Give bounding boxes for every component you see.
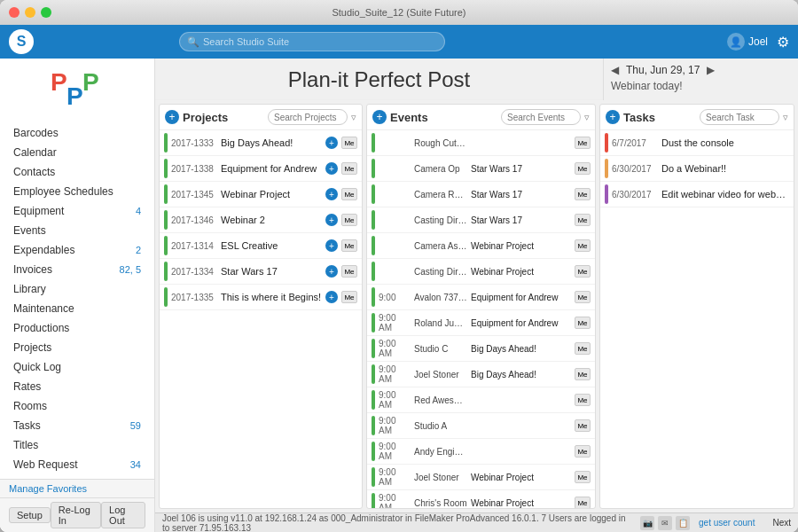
event-me-button[interactable]: Me (575, 162, 591, 175)
event-me-button[interactable]: Me (575, 239, 591, 252)
event-me-button[interactable]: Me (575, 342, 591, 355)
event-me-button[interactable]: Me (575, 471, 591, 483)
project-add-icon[interactable]: + (325, 291, 338, 303)
toolbar-right: 👤 Joel ⚙ (727, 33, 789, 51)
event-me-button[interactable]: Me (575, 394, 591, 406)
get-user-count-link[interactable]: get user count (699, 518, 755, 528)
list-item: 6/7/2017 Dust the console (600, 130, 794, 156)
setup-button[interactable]: Setup (9, 507, 51, 523)
event-me-button[interactable]: Me (575, 137, 591, 149)
task-date: 6/7/2017 (612, 138, 658, 148)
project-color-indicator (164, 159, 168, 178)
next-label[interactable]: Next (772, 518, 791, 528)
project-me-button[interactable]: Me (341, 291, 357, 303)
event-name: Big Days Ahead! (471, 370, 571, 379)
event-resource: Joel Stoner (414, 370, 467, 379)
projects-filter-icon[interactable]: ▿ (351, 112, 356, 123)
manage-favorites-link[interactable]: Manage Favorites (9, 483, 87, 494)
prev-date-arrow[interactable]: ◀ (611, 64, 619, 76)
sidebar-item-web-request[interactable]: Web Request 34 (0, 455, 154, 474)
event-me-button[interactable]: Me (575, 291, 591, 303)
sidebar-logo: P P P (0, 59, 154, 121)
project-add-icon[interactable]: + (325, 137, 338, 149)
sidebar-item-library[interactable]: Library (0, 279, 154, 299)
event-resource: Studio A (414, 421, 467, 431)
sidebar-item-calendar[interactable]: Calendar (0, 143, 154, 162)
project-me-button[interactable]: Me (341, 239, 357, 252)
sidebar-item-maintenance[interactable]: Maintenance (0, 299, 154, 318)
status-icon-2: ✉ (658, 516, 672, 530)
sidebar-item-employee-schedules[interactable]: Employee Schedules (0, 182, 154, 201)
event-resource: Chris's Room (414, 498, 467, 508)
event-me-button[interactable]: Me (575, 497, 591, 508)
next-date-arrow[interactable]: ▶ (707, 64, 715, 76)
project-me-button[interactable]: Me (341, 188, 357, 200)
events-search-input[interactable] (501, 109, 581, 125)
sidebar-item-invoices[interactable]: Invoices 82, 5 (0, 260, 154, 279)
project-name: This is where it Begins! (221, 292, 322, 302)
sidebar-item-titles[interactable]: Titles (0, 435, 154, 455)
event-me-button[interactable]: Me (575, 214, 591, 226)
status-icon-3: 📋 (676, 516, 690, 530)
project-add-icon[interactable]: + (325, 214, 338, 226)
tasks-search-input[interactable] (700, 109, 779, 125)
main-header: Plan-it Perfect Post (155, 59, 603, 100)
events-filter-icon[interactable]: ▿ (584, 112, 590, 123)
project-name: ESL Creative (221, 240, 322, 251)
project-me-button[interactable]: Me (341, 265, 357, 278)
list-item: 9:00 AM Studio C Big Days Ahead! Me (367, 336, 595, 362)
sidebar-item-rooms[interactable]: Rooms (0, 396, 154, 416)
sidebar-item-barcodes[interactable]: Barcodes (0, 123, 154, 143)
sidebar-item-expendables[interactable]: Expendables 2 (0, 240, 154, 260)
sidebar-item-projects[interactable]: Projects (0, 338, 154, 357)
sidebar-item-equipment[interactable]: Equipment 4 (0, 201, 154, 221)
event-resource: Avalon 737 Outboard #2 (414, 293, 467, 302)
project-add-icon[interactable]: + (325, 162, 338, 175)
project-id: 2017-1338 (171, 164, 217, 174)
project-add-icon[interactable]: + (325, 239, 338, 252)
table-row: 2017-1335 This is where it Begins! + Me (160, 285, 362, 310)
event-me-button[interactable]: Me (575, 317, 591, 329)
search-icon: 🔍 (187, 36, 200, 48)
event-color-indicator (372, 364, 375, 384)
project-add-icon[interactable]: + (325, 265, 338, 278)
main-content: P P P Barcodes Calendar Contacts Employe… (0, 59, 798, 532)
projects-add-button[interactable]: + (165, 110, 179, 124)
events-add-button[interactable]: + (372, 110, 387, 124)
close-button[interactable] (9, 7, 20, 18)
task-color-indicator (605, 159, 608, 178)
event-me-button[interactable]: Me (575, 188, 591, 200)
sidebar-item-productions[interactable]: Productions (0, 318, 154, 338)
event-me-button[interactable]: Me (575, 419, 591, 432)
tasks-add-button[interactable]: + (606, 110, 620, 124)
tasks-filter-icon[interactable]: ▿ (783, 112, 788, 123)
sidebar-item-rates[interactable]: Rates (0, 377, 154, 396)
search-input[interactable] (203, 36, 437, 47)
project-add-icon[interactable]: + (325, 188, 338, 200)
project-me-button[interactable]: Me (341, 214, 357, 226)
sidebar-item-events[interactable]: Events (0, 221, 154, 240)
event-me-button[interactable]: Me (575, 445, 591, 458)
settings-icon[interactable]: ⚙ (777, 34, 789, 51)
sidebar-item-contacts[interactable]: Contacts (0, 162, 154, 182)
projects-search-input[interactable] (268, 109, 348, 125)
user-button[interactable]: 👤 Joel (727, 33, 768, 51)
sidebar-item-tasks[interactable]: Tasks 59 (0, 416, 154, 435)
project-me-button[interactable]: Me (341, 137, 357, 149)
project-id: 2017-1334 (171, 267, 217, 277)
event-me-button[interactable]: Me (575, 265, 591, 278)
event-name: Webinar Project (471, 498, 571, 508)
tasks-panel-title: Tasks (623, 111, 696, 124)
sidebar-item-quick-log[interactable]: Quick Log (0, 357, 154, 377)
event-name: Webinar Project (471, 473, 571, 482)
task-color-indicator (605, 184, 608, 204)
maximize-button[interactable] (41, 7, 51, 18)
project-name: Equipment for Andrew (221, 163, 322, 174)
logout-button[interactable]: Log Out (101, 502, 145, 528)
minimize-button[interactable] (25, 7, 35, 18)
event-me-button[interactable]: Me (575, 368, 591, 380)
relogin-button[interactable]: Re-Log In (51, 502, 101, 528)
list-item: 6/30/2017 Edit webinar video for website (600, 182, 794, 207)
event-color-indicator (372, 390, 375, 410)
project-me-button[interactable]: Me (341, 162, 357, 175)
